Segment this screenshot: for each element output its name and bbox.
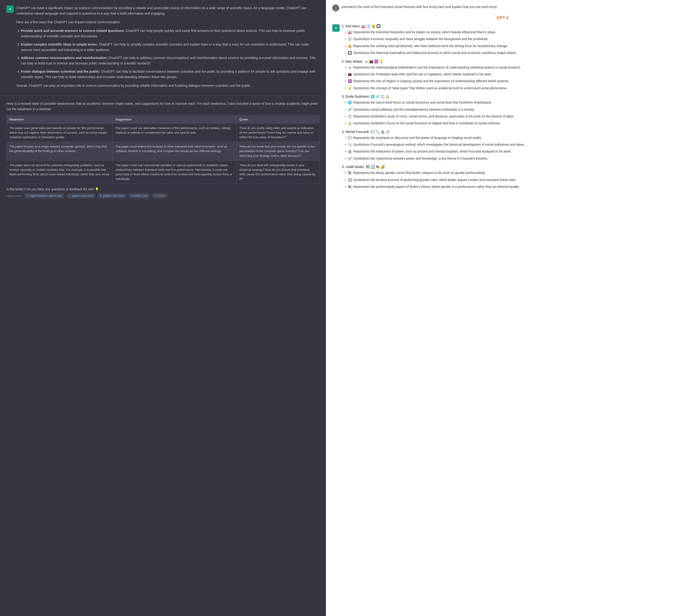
table-row: The paper focuses on a single industry (… (7, 142, 320, 161)
weber-bullet-2: 💼: Symbolizes the Protestant work ethic … (346, 72, 673, 77)
theorists-response: 1. Karl Marx: 🏭 ⚖️ 👷 🔲 🏭: Represents the… (342, 24, 673, 193)
durkheim-bullet-4: 🙏: Symbolizes Durkheim's focus on the so… (346, 121, 673, 126)
theorist-ordered-list: 1. Karl Marx: 🏭 ⚖️ 👷 🔲 🏭: Represents the… (342, 24, 673, 189)
theorist-item-marx: 1. Karl Marx: 🏭 ⚖️ 👷 🔲 🏭: Represents the… (342, 24, 673, 56)
table-section: Here is a revised table of possible weak… (6, 101, 320, 184)
section-divider (0, 95, 326, 96)
weber-bullet-1: 🔺: Represents the methodological individ… (346, 65, 673, 70)
butler-bullet-2: 🔄: Symbolizes the iterative process of p… (346, 177, 673, 182)
table-header-row: Weakness Suggestion Quote (7, 115, 320, 123)
bottom-section: Is this better? Do you have any question… (6, 187, 320, 198)
theorist-header-marx: 1. Karl Marx: 🏭 ⚖️ 👷 🔲 (342, 24, 673, 28)
weakness-cell-1: The paper uses game sales and awards as … (7, 123, 113, 142)
quote-cell-2: "How do you know that your results are n… (237, 142, 320, 161)
col-suggestion: Suggestion (113, 115, 237, 123)
marx-bullet-3: 👷: Represents the working class (proleta… (346, 43, 673, 48)
link-3[interactable]: 3. papers.ssm.com (97, 193, 127, 198)
right-panel: summarize the work of five important soc… (326, 0, 679, 616)
marx-bullets: 🏭: Represents the Industrial Revolution … (342, 30, 673, 56)
suggestion-cell-2: The paper could extend the analysis to o… (113, 142, 237, 161)
table-row: The paper uses game sales and awards as … (7, 123, 320, 142)
science-intro-text: ChatGPT can have a significant impact on… (17, 5, 320, 89)
weber-bullets: 🔺: Represents the methodological individ… (342, 65, 673, 91)
foucault-bullet-4: 🔗: Symbolizes the relationship between p… (346, 156, 673, 161)
marx-bullet-4: 🔲: Symbolizes the historical materialism… (346, 50, 673, 55)
theorist-item-foucault: 4. Michel Foucault: 💬 🔍 🏛️ 🔗 💬: Represen… (342, 130, 673, 161)
quote-cell-3: "How do you deal with endogeneity issues… (237, 161, 320, 184)
durkheim-bullet-1: 🌐: Represents the macro-level focus on s… (346, 100, 673, 105)
way-item-2: Explain complex scientific ideas in simp… (21, 42, 320, 53)
svg-point-0 (335, 6, 337, 8)
foucault-bullet-2: 🔍: Symbolizes Foucault's genealogical me… (346, 142, 673, 147)
table-row: The paper does not account for potential… (7, 161, 320, 184)
weakness-cell-3: The paper does not account for potential… (7, 161, 113, 184)
way-item-4: Foster dialogue between scientists and t… (21, 69, 320, 80)
ways-list: Provide quick and accurate answers to sc… (17, 28, 320, 80)
user-avatar (332, 5, 339, 11)
foucault-bullet-3: 🏛️: Represents the institutions of power… (346, 149, 673, 154)
learn-more-label: Learn more: (6, 194, 22, 198)
durkheim-bullet-2: 🔗: Symbolizes social solidarity and the … (346, 107, 673, 112)
suggestion-cell-3: The paper could use instrumental variabl… (113, 161, 237, 184)
bottom-question-text: Is this better? Do you have any question… (6, 187, 320, 191)
marx-bullet-2: ⚖️: Symbolizes economic inequality and c… (346, 36, 673, 41)
theorist-header-butler: 5. Judith Butler: 👫 🔄 🎭 🌈 (342, 165, 673, 169)
theorist-header-weber: 2. Max Weber: 🔺 💼 🔯 💡 (342, 60, 673, 64)
link-2[interactable]: 2. papers.ssrn.com (66, 193, 96, 198)
link-1[interactable]: 1. mgmt.wharton.upenn.edu (24, 193, 65, 198)
theorist-header-durkheim: 3. Émile Durkheim: 🌐 🔗 ⚖️ 🙏 (342, 95, 673, 99)
foucault-bullet-1: 💬: Represents the emphasis on discourse … (346, 135, 673, 140)
assistant-message-science: ✦ ChatGPT can have a significant impact … (6, 5, 320, 92)
link-4[interactable]: 4. twitter.com (128, 193, 150, 198)
more-badge[interactable]: +1 more (152, 193, 167, 198)
butler-bullets: 👫: Represents the binary gender norms th… (342, 170, 673, 189)
way-item-3: Address common misconceptions and misinf… (21, 55, 320, 66)
theorist-header-foucault: 4. Michel Foucault: 💬 🔍 🏛️ 🔗 (342, 130, 673, 134)
user-query-text: summarize the work of five important soc… (342, 5, 673, 9)
theorist-item-butler: 5. Judith Butler: 👫 🔄 🎭 🌈 👫: Represents … (342, 165, 673, 189)
response-chatgpt-icon: ✦ (332, 24, 340, 32)
user-query-row: summarize the work of five important soc… (332, 5, 673, 11)
butler-bullet-3: 🎭: Represents the performativity aspect … (346, 184, 673, 189)
quote-cell-1: "How do you justify using sales and awar… (237, 123, 320, 142)
way-item-1: Provide quick and accurate answers to sc… (21, 28, 320, 39)
right-response-row: ✦ 1. Karl Marx: 🏭 ⚖️ 👷 🔲 🏭: Represents t… (332, 24, 673, 193)
marx-bullet-1: 🏭: Represents the Industrial Revolution … (346, 30, 673, 35)
left-panel: ✦ ChatGPT can have a significant impact … (0, 0, 326, 616)
butler-bullet-1: 👫: Represents the binary gender norms th… (346, 170, 673, 175)
science-communication-content: ChatGPT can have a significant impact on… (17, 5, 320, 92)
durkheim-bullets: 🌐: Represents the macro-level focus on s… (342, 100, 673, 126)
col-weakness: Weakness (7, 115, 113, 123)
svg-point-1 (334, 9, 337, 10)
learn-more-bar: Learn more: 1. mgmt.wharton.upenn.edu 2.… (6, 193, 320, 198)
weber-bullet-4: 💡: Symbolizes the concept of "ideal type… (346, 86, 673, 91)
chatgpt-icon: ✦ (6, 5, 14, 13)
weakness-cell-2: The paper focuses on a single industry (… (7, 142, 113, 161)
weakness-table: Weakness Suggestion Quote The paper uses… (6, 115, 320, 184)
theorist-item-durkheim: 3. Émile Durkheim: 🌐 🔗 ⚖️ 🙏 🌐: Represent… (342, 95, 673, 126)
durkheim-bullet-3: ⚖️: Represents Durkheim's study of crime… (346, 114, 673, 119)
suggestion-cell-1: The paper could use alternative measures… (113, 123, 237, 142)
weber-bullet-3: 🔯: Represents the role of religion in sh… (346, 78, 673, 84)
col-quote: Quote (237, 115, 320, 123)
gpt4-label: GPT-4 (332, 15, 673, 20)
foucault-bullets: 💬: Represents the emphasis on discourse … (342, 135, 673, 161)
theorist-item-weber: 2. Max Weber: 🔺 💼 🔯 💡 🔺: Represents the … (342, 60, 673, 91)
